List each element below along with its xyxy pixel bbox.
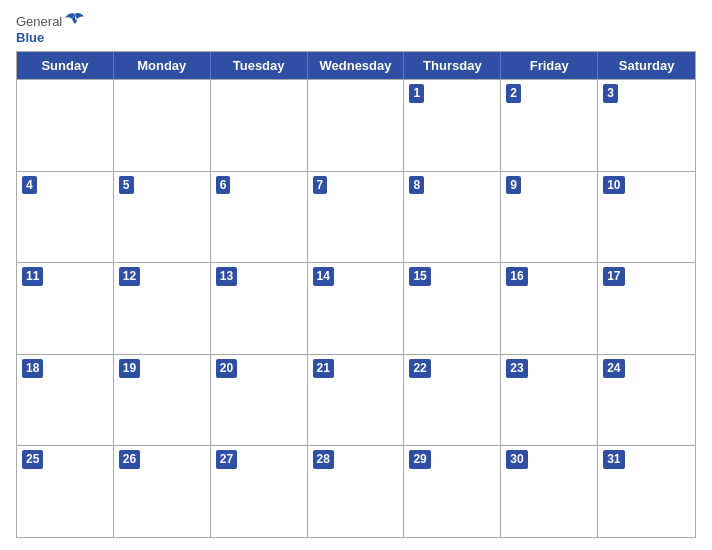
day-cell-27: 27: [211, 446, 308, 537]
week-row-2: 45678910: [17, 171, 695, 263]
day-number: 29: [409, 450, 430, 469]
day-number: 5: [119, 176, 134, 195]
calendar-header-row: SundayMondayTuesdayWednesdayThursdayFrid…: [17, 52, 695, 79]
header-cell-wednesday: Wednesday: [308, 52, 405, 79]
day-number: 28: [313, 450, 334, 469]
day-cell-9: 9: [501, 172, 598, 263]
calendar-grid: SundayMondayTuesdayWednesdayThursdayFrid…: [16, 51, 696, 538]
day-number: 27: [216, 450, 237, 469]
day-cell-30: 30: [501, 446, 598, 537]
day-number: 25: [22, 450, 43, 469]
day-cell-13: 13: [211, 263, 308, 354]
day-number: 1: [409, 84, 424, 103]
day-cell-17: 17: [598, 263, 695, 354]
empty-cell: [211, 80, 308, 171]
day-cell-1: 1: [404, 80, 501, 171]
empty-cell: [308, 80, 405, 171]
day-cell-24: 24: [598, 355, 695, 446]
day-cell-4: 4: [17, 172, 114, 263]
day-cell-22: 22: [404, 355, 501, 446]
day-cell-5: 5: [114, 172, 211, 263]
day-number: 14: [313, 267, 334, 286]
header-cell-monday: Monday: [114, 52, 211, 79]
header-cell-tuesday: Tuesday: [211, 52, 308, 79]
day-cell-6: 6: [211, 172, 308, 263]
day-cell-3: 3: [598, 80, 695, 171]
day-cell-10: 10: [598, 172, 695, 263]
day-cell-21: 21: [308, 355, 405, 446]
day-number: 7: [313, 176, 328, 195]
day-cell-18: 18: [17, 355, 114, 446]
day-cell-23: 23: [501, 355, 598, 446]
week-row-3: 11121314151617: [17, 262, 695, 354]
week-row-4: 18192021222324: [17, 354, 695, 446]
day-cell-29: 29: [404, 446, 501, 537]
day-cell-16: 16: [501, 263, 598, 354]
day-number: 2: [506, 84, 521, 103]
day-number: 15: [409, 267, 430, 286]
day-cell-28: 28: [308, 446, 405, 537]
day-number: 6: [216, 176, 231, 195]
calendar-page: General Blue SundayMondayTuesdayWednesda…: [0, 0, 712, 550]
day-cell-12: 12: [114, 263, 211, 354]
header: General Blue: [16, 12, 696, 45]
header-cell-saturday: Saturday: [598, 52, 695, 79]
day-number: 8: [409, 176, 424, 195]
day-number: 12: [119, 267, 140, 286]
day-number: 22: [409, 359, 430, 378]
logo-blue-text: Blue: [16, 30, 44, 45]
day-cell-19: 19: [114, 355, 211, 446]
day-cell-26: 26: [114, 446, 211, 537]
logo-general-text: General: [16, 14, 62, 29]
empty-cell: [114, 80, 211, 171]
day-cell-15: 15: [404, 263, 501, 354]
week-row-1: 123: [17, 79, 695, 171]
day-cell-14: 14: [308, 263, 405, 354]
day-number: 30: [506, 450, 527, 469]
day-number: 31: [603, 450, 624, 469]
day-cell-31: 31: [598, 446, 695, 537]
day-number: 13: [216, 267, 237, 286]
day-number: 21: [313, 359, 334, 378]
day-cell-25: 25: [17, 446, 114, 537]
day-number: 24: [603, 359, 624, 378]
header-cell-friday: Friday: [501, 52, 598, 79]
empty-cell: [17, 80, 114, 171]
week-row-5: 25262728293031: [17, 445, 695, 537]
day-number: 17: [603, 267, 624, 286]
day-number: 16: [506, 267, 527, 286]
day-number: 23: [506, 359, 527, 378]
day-number: 10: [603, 176, 624, 195]
day-number: 9: [506, 176, 521, 195]
header-cell-sunday: Sunday: [17, 52, 114, 79]
day-number: 3: [603, 84, 618, 103]
day-number: 20: [216, 359, 237, 378]
day-number: 4: [22, 176, 37, 195]
day-number: 19: [119, 359, 140, 378]
day-cell-7: 7: [308, 172, 405, 263]
day-cell-20: 20: [211, 355, 308, 446]
header-cell-thursday: Thursday: [404, 52, 501, 79]
day-cell-11: 11: [17, 263, 114, 354]
day-cell-8: 8: [404, 172, 501, 263]
logo-bird-icon: [64, 12, 86, 30]
day-cell-2: 2: [501, 80, 598, 171]
logo: General Blue: [16, 12, 86, 45]
calendar-body: 1234567891011121314151617181920212223242…: [17, 79, 695, 537]
day-number: 11: [22, 267, 43, 286]
day-number: 26: [119, 450, 140, 469]
day-number: 18: [22, 359, 43, 378]
